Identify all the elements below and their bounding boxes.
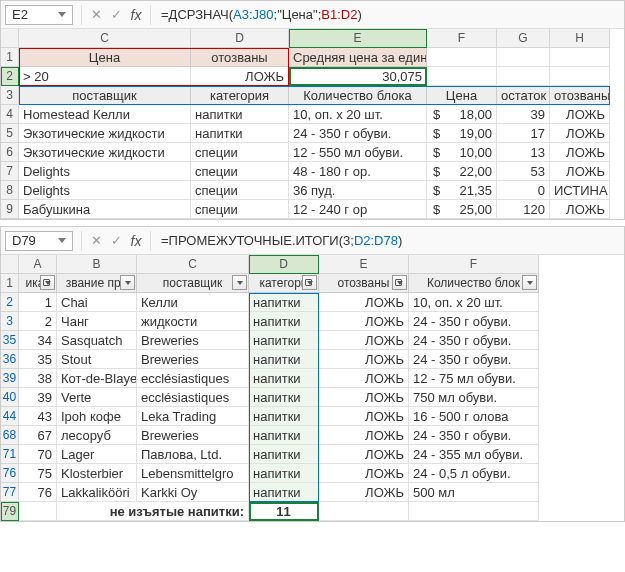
cell[interactable]: Homestead Келли: [19, 105, 191, 124]
cell[interactable]: 53: [497, 162, 550, 181]
cell[interactable]: Stout: [57, 350, 137, 369]
table-header[interactable]: отозваны: [319, 274, 409, 293]
cell[interactable]: 18,00: [427, 105, 497, 124]
row-header[interactable]: 36: [1, 350, 19, 369]
cell[interactable]: 39: [497, 105, 550, 124]
cell[interactable]: ЛОЖЬ: [191, 67, 289, 86]
cell-selected[interactable]: 30,075: [289, 67, 427, 86]
cell[interactable]: 25,00: [427, 200, 497, 219]
cell[interactable]: 750 мл обуви.: [409, 388, 539, 407]
cell[interactable]: 10, оп. x 20 шт.: [409, 293, 539, 312]
cell[interactable]: отозваны: [191, 48, 289, 67]
chevron-down-icon[interactable]: [58, 238, 66, 243]
cell[interactable]: 70: [19, 445, 57, 464]
row-header[interactable]: 79: [1, 502, 19, 521]
filter-icon[interactable]: [302, 275, 317, 290]
accept-icon[interactable]: ✓: [106, 5, 126, 25]
row-header[interactable]: 44: [1, 407, 19, 426]
table-header[interactable]: звание про: [57, 274, 137, 293]
chevron-down-icon[interactable]: [58, 12, 66, 17]
cell[interactable]: Verte: [57, 388, 137, 407]
cell[interactable]: ЛОЖЬ: [319, 312, 409, 331]
cancel-icon[interactable]: ✕: [86, 5, 106, 25]
cell[interactable]: Средняя цена за единицу: [289, 48, 427, 67]
cell[interactable]: Delights: [19, 181, 191, 200]
cell[interactable]: ИСТИНА: [550, 181, 610, 200]
col-header-C[interactable]: C: [19, 29, 191, 48]
cell[interactable]: [497, 67, 550, 86]
cell[interactable]: Chai: [57, 293, 137, 312]
cell[interactable]: [497, 48, 550, 67]
cell[interactable]: ЛОЖЬ: [319, 293, 409, 312]
col-header-D[interactable]: D: [191, 29, 289, 48]
cells-grid[interactable]: ABCDEF1икатзвание пропоставщиккатегориот…: [1, 255, 624, 521]
cell[interactable]: 38: [19, 369, 57, 388]
col-header-H[interactable]: H: [550, 29, 610, 48]
col-header-B[interactable]: B: [57, 255, 137, 274]
cell[interactable]: 39: [19, 388, 57, 407]
name-box[interactable]: D79: [5, 231, 73, 251]
cell[interactable]: [427, 67, 497, 86]
cell[interactable]: 35: [19, 350, 57, 369]
row-header[interactable]: 2: [1, 293, 19, 312]
cell[interactable]: ЛОЖЬ: [319, 369, 409, 388]
cell[interactable]: 48 - 180 г ор.: [289, 162, 427, 181]
cell[interactable]: Delights: [19, 162, 191, 181]
cell[interactable]: ЛОЖЬ: [319, 407, 409, 426]
table-header[interactable]: поставщик: [19, 86, 191, 105]
cell[interactable]: [409, 502, 539, 521]
table-header[interactable]: поставщик: [137, 274, 249, 293]
table-header[interactable]: Цена: [427, 86, 497, 105]
cell[interactable]: ЛОЖЬ: [550, 124, 610, 143]
cell[interactable]: Цена: [19, 48, 191, 67]
col-header-G[interactable]: G: [497, 29, 550, 48]
cell[interactable]: напитки: [249, 293, 319, 312]
col-header-F[interactable]: F: [409, 255, 539, 274]
cell[interactable]: напитки: [249, 445, 319, 464]
cell[interactable]: напитки: [249, 350, 319, 369]
row-header[interactable]: 4: [1, 105, 19, 124]
accept-icon[interactable]: ✓: [106, 231, 126, 251]
table-header[interactable]: остаток: [497, 86, 550, 105]
cell[interactable]: Павлова, Ltd.: [137, 445, 249, 464]
cell[interactable]: ЛОЖЬ: [550, 143, 610, 162]
cell[interactable]: Келли: [137, 293, 249, 312]
table-header[interactable]: отозваны: [550, 86, 610, 105]
cell[interactable]: > 20: [19, 67, 191, 86]
row-header[interactable]: 5: [1, 124, 19, 143]
cell[interactable]: напитки: [191, 105, 289, 124]
cell[interactable]: [19, 502, 57, 521]
filter-icon[interactable]: [232, 275, 247, 290]
table-header[interactable]: категори: [249, 274, 319, 293]
cell[interactable]: 34: [19, 331, 57, 350]
cell[interactable]: ЛОЖЬ: [550, 200, 610, 219]
cell[interactable]: лесоруб: [57, 426, 137, 445]
cell[interactable]: ecclésiastiques: [137, 369, 249, 388]
cell[interactable]: 12 - 75 мл обуви.: [409, 369, 539, 388]
cell[interactable]: Sasquatch: [57, 331, 137, 350]
col-header-E[interactable]: E: [289, 29, 427, 48]
cell[interactable]: 2: [19, 312, 57, 331]
row-header[interactable]: 2: [1, 67, 19, 86]
cell[interactable]: Бабушкина: [19, 200, 191, 219]
cell[interactable]: Lager: [57, 445, 137, 464]
cell[interactable]: 12 - 240 г ор: [289, 200, 427, 219]
cell[interactable]: 24 - 355 мл обуви.: [409, 445, 539, 464]
select-all-corner[interactable]: [1, 29, 19, 48]
cell[interactable]: ЛОЖЬ: [319, 350, 409, 369]
cell[interactable]: ЛОЖЬ: [319, 464, 409, 483]
cell[interactable]: 10,00: [427, 143, 497, 162]
col-header-D[interactable]: D: [249, 255, 319, 274]
cell[interactable]: 24 - 350 г обуви.: [409, 350, 539, 369]
name-box[interactable]: E2: [5, 5, 73, 25]
cell[interactable]: 120: [497, 200, 550, 219]
cell[interactable]: 12 - 550 мл обуви.: [289, 143, 427, 162]
table-header[interactable]: категория: [191, 86, 289, 105]
formula-input[interactable]: =ПРОМЕЖУТОЧНЫЕ.ИТОГИ(3;D2:D78): [155, 233, 624, 248]
cell[interactable]: напитки: [249, 312, 319, 331]
cell[interactable]: специи: [191, 200, 289, 219]
table-header[interactable]: Количество блок: [409, 274, 539, 293]
cell[interactable]: 36 пуд.: [289, 181, 427, 200]
cell[interactable]: Кот-de-Blaye: [57, 369, 137, 388]
cell[interactable]: 0: [497, 181, 550, 200]
